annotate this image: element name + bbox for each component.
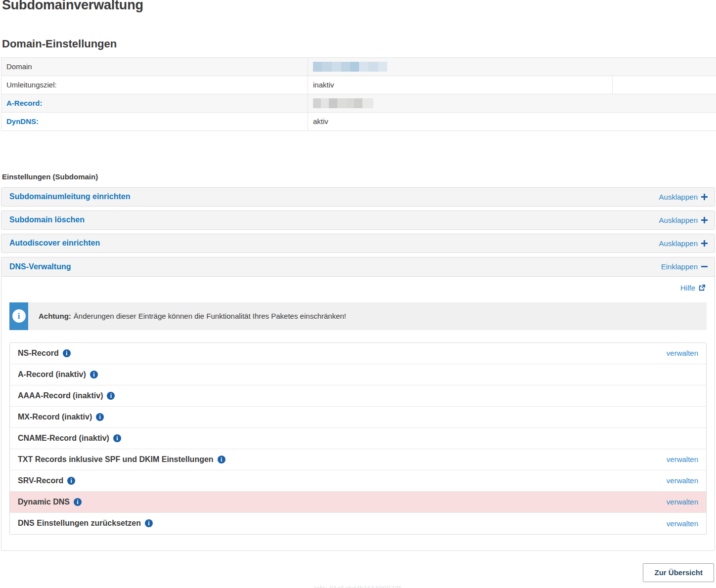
record-row-aaaa: AAAA-Record (inaktiv) i — [10, 385, 706, 407]
record-row-dynamic-dns: Dynamic DNS i verwalten — [10, 492, 706, 513]
help-row: Hilfe — [1, 283, 715, 292]
expand-toggle[interactable]: Ausklappen — [659, 216, 708, 224]
manage-link[interactable]: verwalten — [667, 519, 698, 528]
redacted-a-record-value — [313, 98, 373, 108]
subdomain-management-page: Subdomainverwaltung Domain-Einstellungen… — [0, 0, 716, 588]
plus-icon — [701, 217, 708, 223]
toggle-label: Ausklappen — [659, 216, 698, 224]
redirect-target-value: inaktiv — [308, 76, 613, 94]
collapse-toggle[interactable]: Einklappen — [661, 262, 708, 271]
footer-actions: Zur Übersicht — [1, 563, 715, 582]
record-label: SRV-Record — [18, 476, 63, 485]
info-icon[interactable]: i — [145, 519, 153, 527]
record-label: MX-Record (inaktiv) — [18, 413, 92, 421]
redirect-target-label: Umleitungsziel: — [1, 76, 308, 94]
toggle-label: Einklappen — [661, 262, 698, 271]
redirect-target-action-cell — [613, 76, 716, 94]
record-label: DNS Einstellungen zurücksetzen — [18, 519, 141, 528]
expand-toggle[interactable]: Ausklappen — [659, 239, 708, 248]
table-row-dyndns: DynDNS: aktiv — [1, 112, 716, 130]
dns-records-list: NS-Record i verwalten A-Record (inaktiv)… — [9, 342, 707, 535]
warning-bold: Achtung: — [39, 312, 71, 320]
plus-icon — [701, 194, 708, 200]
record-label: Dynamic DNS — [18, 498, 70, 506]
record-label: TXT Records inklusive SPF und DKIM Einst… — [18, 455, 214, 464]
record-row-srv: SRV-Record i verwalten — [10, 470, 706, 492]
record-row-mx: MX-Record (inaktiv) i — [10, 407, 706, 428]
footer-info-text: Info: 81a5cbd4h1556098725 — [1, 585, 715, 588]
redacted-domain-value — [313, 62, 387, 72]
table-row-domain: Domain — [1, 57, 716, 76]
table-row-redirect-target: Umleitungsziel: inaktiv — [1, 76, 716, 94]
minus-icon — [701, 263, 708, 270]
domain-settings-heading: Domain-Einstellungen — [2, 38, 715, 50]
table-row-a-record: A-Record: — [1, 94, 716, 112]
record-label: CNAME-Record (inaktiv) — [18, 434, 109, 443]
warning-banner: i Achtung: Änderungen dieser Einträge kö… — [9, 302, 707, 330]
toggle-label: Ausklappen — [659, 239, 698, 248]
accordion-title: Autodiscover einrichten — [9, 239, 100, 248]
back-to-overview-button[interactable]: Zur Übersicht — [643, 563, 714, 582]
record-row-a: A-Record (inaktiv) i — [10, 364, 706, 385]
accordion-title: Subdomain löschen — [9, 215, 85, 224]
accordion-subdomain-delete[interactable]: Subdomain löschen Ausklappen — [1, 210, 715, 230]
accordion-title: DNS-Verwaltung — [9, 262, 71, 271]
info-icon[interactable]: i — [107, 392, 115, 400]
record-row-ns: NS-Record i verwalten — [10, 343, 706, 364]
info-circle-icon: i — [12, 309, 26, 323]
warning-message: Achtung: Änderungen dieser Einträge könn… — [28, 302, 707, 330]
record-label: NS-Record — [18, 349, 59, 358]
info-icon[interactable]: i — [63, 349, 71, 357]
record-label: AAAA-Record (inaktiv) — [18, 391, 103, 400]
help-label: Hilfe — [680, 284, 695, 292]
external-link-icon — [698, 284, 706, 292]
info-icon[interactable]: i — [96, 413, 104, 421]
accordion-title: Subdomainumleitung einrichten — [9, 192, 130, 201]
record-row-dns-reset: DNS Einstellungen zurücksetzen i verwalt… — [10, 513, 706, 534]
record-row-txt: TXT Records inklusive SPF und DKIM Einst… — [10, 449, 706, 470]
dyndns-value: aktiv — [308, 112, 716, 130]
dyndns-link[interactable]: DynDNS: — [1, 112, 308, 130]
dns-management-panel: DNS-Verwaltung Einklappen Hilfe i — [1, 257, 715, 551]
manage-link[interactable]: verwalten — [667, 476, 698, 485]
expand-toggle[interactable]: Ausklappen — [659, 193, 708, 201]
warning-text: Änderungen dieser Einträge können die Fu… — [74, 312, 346, 320]
a-record-link[interactable]: A-Record: — [1, 94, 308, 112]
accordion-dns-management[interactable]: DNS-Verwaltung Einklappen — [1, 257, 715, 277]
page-title: Subdomainverwaltung — [2, 0, 715, 13]
manage-link[interactable]: verwalten — [667, 455, 698, 463]
domain-label: Domain — [1, 57, 308, 76]
accordion-list: Subdomainumleitung einrichten Ausklappen… — [1, 187, 715, 551]
record-row-cname: CNAME-Record (inaktiv) i — [10, 428, 706, 449]
info-badge: i — [9, 302, 28, 330]
domain-value-cell — [308, 57, 716, 76]
help-link[interactable]: Hilfe — [680, 284, 706, 292]
accordion-subdomain-redirect[interactable]: Subdomainumleitung einrichten Ausklappen — [1, 187, 715, 207]
toggle-label: Ausklappen — [659, 193, 698, 201]
plus-icon — [701, 240, 708, 247]
dns-panel-body: Hilfe i Achtung: Änderungen dieser Eintr… — [1, 277, 715, 550]
record-label: A-Record (inaktiv) — [18, 370, 86, 379]
info-icon[interactable]: i — [113, 434, 121, 442]
domain-settings-table: Domain Umleitungsziel: inaktiv A-Record:… — [1, 57, 716, 131]
info-icon[interactable]: i — [74, 498, 82, 506]
info-icon[interactable]: i — [67, 477, 75, 485]
a-record-value-cell — [308, 94, 716, 112]
accordion-autodiscover[interactable]: Autodiscover einrichten Ausklappen — [1, 234, 715, 253]
manage-link[interactable]: verwalten — [667, 349, 698, 357]
manage-link[interactable]: verwalten — [667, 498, 698, 506]
info-icon[interactable]: i — [218, 456, 225, 463]
info-icon[interactable]: i — [90, 371, 98, 378]
subdomain-settings-heading: Einstellungen (Subdomain) — [2, 172, 715, 181]
